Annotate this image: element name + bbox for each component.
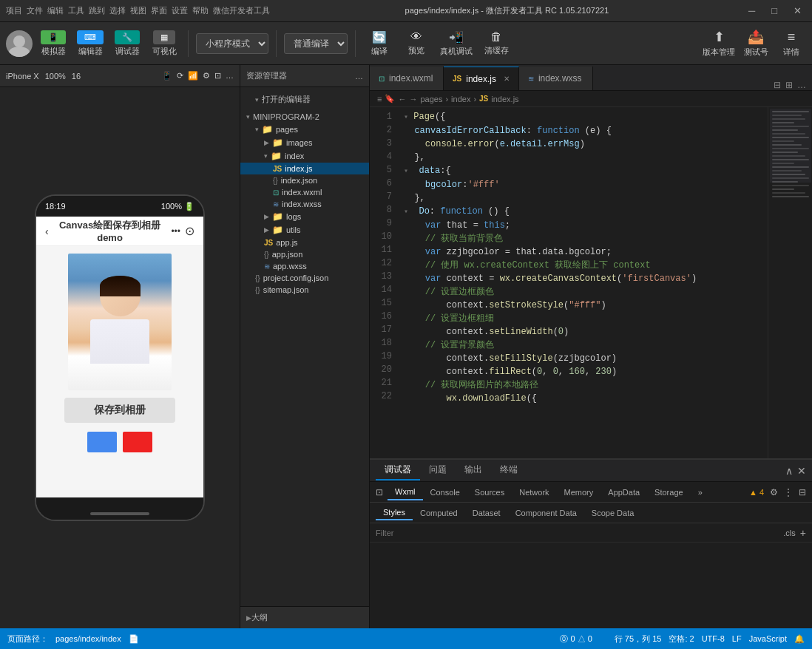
save-to-album-button[interactable]: 保存到相册 [64,398,175,423]
debugger-button[interactable]: 🔧 调试器 [111,27,143,60]
subtab-scope-data[interactable]: Scope Data [584,506,641,520]
editor-button[interactable]: ⌨ 编辑器 [74,27,106,60]
titlebar-menu-item[interactable]: 视图 [130,5,146,16]
clear-cache-button[interactable]: 🗑 清缓存 [480,27,512,60]
devtools-tab-console[interactable]: Console [423,485,467,500]
list-item[interactable]: {} project.config.json [240,272,369,284]
blue-swatch[interactable] [87,432,117,452]
warning-badge[interactable]: ▲ 4 [749,488,764,497]
mode-select[interactable]: 小程序模式 [196,33,268,54]
visual-button[interactable]: ▦ 可视化 [148,27,180,60]
devtools-tab-network[interactable]: Network [512,485,556,500]
expand-icon[interactable]: ⊡ [214,71,221,81]
titlebar-menu-item[interactable]: 项目 [6,5,22,16]
close-bottom-icon[interactable]: ✕ [797,465,806,477]
list-item[interactable]: ▾ 📁 index [240,149,369,163]
list-item[interactable]: ▶ 📁 utils [240,223,369,237]
list-item[interactable]: JS index.js [240,163,369,174]
devtools-tab-memory[interactable]: Memory [557,485,601,500]
devtools-vertical-dots[interactable]: ⋮ [784,487,793,497]
tab-index-js[interactable]: JS index.js ✕ [444,67,519,90]
list-item[interactable]: ⊡ index.wxml [240,186,369,198]
list-item[interactable]: ▶ 📁 logs [240,210,369,223]
simulator-button[interactable]: 📱 模拟器 [37,27,70,60]
titlebar-menu-item[interactable]: 微信开发者工具 [213,5,270,16]
titlebar-menu-item[interactable]: 帮助 [192,5,209,16]
devtools-dock-icon[interactable]: ⊟ [799,487,806,497]
close-button[interactable]: ✕ [789,4,806,18]
settings-icon[interactable]: ⚙ [203,71,210,81]
collapse-icon[interactable]: ∧ [785,465,793,477]
file-panel-more-icon[interactable]: … [355,72,363,81]
list-item[interactable]: JS app.js [240,237,369,248]
devtools-tab-appdata[interactable]: AppData [600,485,647,500]
list-item[interactable]: ▶ 📁 images [240,136,369,149]
statusbar-errors[interactable]: ⓪ 0 △ 0 [560,633,592,645]
titlebar-menu-item[interactable]: 设置 [172,5,188,16]
minimize-button[interactable]: ─ [744,4,759,18]
devtools-inspect-icon[interactable]: ⊡ [376,487,383,497]
titlebar-menu-item[interactable]: 跳到 [89,5,105,16]
subtab-component-data[interactable]: Component Data [508,506,584,520]
preview-button[interactable]: 👁 预览 [400,27,433,60]
maximize-button[interactable]: □ [767,4,782,18]
list-item[interactable]: ▾ 📁 pages [240,123,369,136]
tab-problems[interactable]: 问题 [420,461,456,480]
statusbar-path-value[interactable]: pages/index/index [55,634,121,643]
breadcrumb-back[interactable]: ← [398,95,406,103]
devtools-settings-icon[interactable]: ⚙ [770,487,778,497]
subtab-dataset[interactable]: Dataset [465,506,508,520]
opened-editors-header[interactable]: ▾ 打开的编辑器 [240,92,369,106]
titlebar-menu-item[interactable]: 选择 [109,5,126,16]
layout-icon[interactable]: ⊞ [785,80,793,90]
titlebar-menu-item[interactable]: 编辑 [47,5,64,16]
split-editor-icon[interactable]: ⊟ [774,80,781,90]
statusbar-file-icon[interactable]: 📄 [129,634,139,644]
more-icon[interactable]: … [226,71,234,81]
tab-close-button[interactable]: ✕ [504,75,510,83]
tab-output[interactable]: 输出 [456,461,491,480]
list-item[interactable]: ≋ app.wxss [240,260,369,272]
devtools-tab-wxml[interactable]: Wxml [388,484,423,500]
red-swatch[interactable] [123,432,152,452]
cls-button[interactable]: .cls [783,529,796,537]
list-item[interactable]: {} app.json [240,248,369,260]
statusbar-encoding[interactable]: UTF-8 [702,634,725,643]
rotate-icon[interactable]: ⟳ [177,71,183,81]
devtools-tab-sources[interactable]: Sources [467,485,512,500]
titlebar-menu-item[interactable]: 文件 [27,5,43,16]
statusbar-language[interactable]: JavaScript [749,634,787,643]
tab-index-wxml[interactable]: ⊡ index.wxml [370,67,444,90]
compile-button[interactable]: 🔄 编译 [363,27,396,60]
list-item[interactable]: {} sitemap.json [240,284,369,296]
test-account-button[interactable]: 📤 测试号 [741,29,771,58]
list-item[interactable]: {} index.json [240,174,369,186]
statusbar-bell-icon[interactable]: 🔔 [794,634,805,644]
tab-terminal[interactable]: 终端 [491,461,527,480]
titlebar-menu-item[interactable]: 界面 [151,5,167,16]
list-item[interactable]: ≋ index.wxss [240,198,369,210]
titlebar-menu-item[interactable]: 工具 [68,5,84,16]
subtab-computed[interactable]: Computed [413,506,465,520]
device-debug-button[interactable]: 📲 真机调试 [437,27,476,60]
miniprogram-header[interactable]: ▾ MINIPROGRAM-2 [240,111,369,123]
devtools-tab-more[interactable]: » [691,485,710,500]
compile-select[interactable]: 普通编译 [284,33,348,54]
details-button[interactable]: ≡ 详情 [777,30,806,58]
phone-icon[interactable]: 📱 [162,71,172,81]
breadcrumb-forward[interactable]: → [409,95,417,103]
close-circle-icon[interactable]: ⊙ [185,224,194,238]
dots-icon[interactable]: ••• [171,226,180,237]
avatar[interactable] [6,30,33,57]
devtools-tab-storage[interactable]: Storage [647,485,691,500]
add-style-button[interactable]: + [800,527,806,539]
outline-section[interactable]: ▶ 大纲 [240,606,369,628]
subtab-styles[interactable]: Styles [376,506,413,520]
tab-debugger[interactable]: 调试器 [376,461,420,480]
wifi-icon[interactable]: 📶 [188,71,198,81]
more-editor-icon[interactable]: … [797,80,806,90]
version-manage-button[interactable]: ⬆ 版本管理 [703,29,735,58]
statusbar-line-ending[interactable]: LF [732,634,742,643]
tab-index-wxss[interactable]: ≋ index.wxss [519,67,593,90]
filter-input[interactable] [376,529,524,537]
